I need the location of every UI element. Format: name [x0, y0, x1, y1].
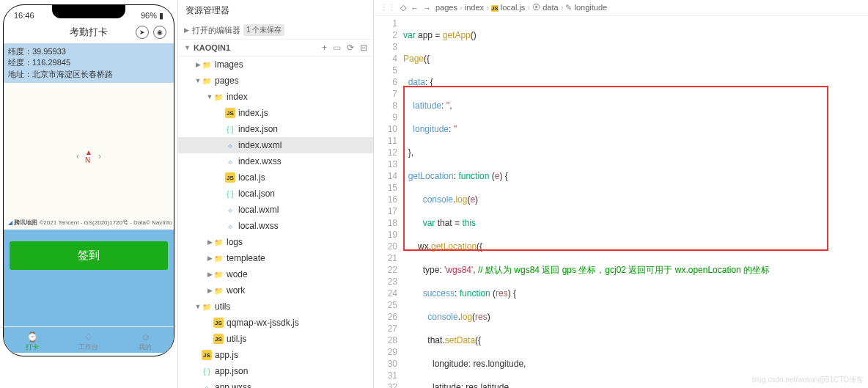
tree-item-util-js[interactable]: JSutil.js: [178, 331, 373, 347]
tree-item-local-wxml[interactable]: ⟐local.wxml: [178, 202, 373, 218]
tree-item-index-json[interactable]: { }index.json: [178, 121, 373, 137]
page-title: 考勤打卡: [70, 26, 108, 39]
wxss-icon: ⟐: [202, 382, 212, 388]
new-file-icon[interactable]: +: [322, 43, 327, 53]
mini-program-titlebar: 考勤打卡 ➤ ◉: [4, 21, 174, 43]
js-icon: JS: [225, 108, 235, 118]
tree-item-index-wxss[interactable]: ⟐index.wxss: [178, 153, 373, 169]
new-folder-icon[interactable]: ▭: [333, 43, 341, 53]
tree-item-app-js[interactable]: JSapp.js: [178, 347, 373, 363]
wxml-icon: ⟐: [225, 205, 235, 215]
collapse-icon[interactable]: ⊟: [360, 43, 367, 53]
tab-checkin[interactable]: ⌚打卡: [4, 327, 60, 356]
tree-item-work[interactable]: ▶📁work: [178, 282, 373, 299]
editor-toolbar: ⋮⋮ ◇ ← → pages › index › JS local.js › ⦿…: [374, 0, 868, 16]
wxss-icon: ⟐: [225, 221, 235, 231]
js-icon: JS: [225, 172, 235, 183]
location-info: 纬度：39.95933 经度：116.29845 地址：北京市海淀区长春桥路: [4, 43, 174, 83]
chevron-down-icon: ▼: [184, 44, 191, 51]
chevron-right-icon: ▶: [184, 26, 189, 34]
tree-item-app-json[interactable]: { }app.json: [178, 363, 373, 379]
nav-back-icon[interactable]: ←: [411, 4, 419, 12]
share-icon[interactable]: ➤: [136, 26, 149, 39]
json-icon: { }: [202, 366, 212, 376]
open-editors-row[interactable]: ▶ 打开的编辑器 1 个未保存: [178, 21, 373, 40]
tree-item-local-wxss[interactable]: ⟐local.wxss: [178, 218, 373, 234]
js-icon: JS: [213, 334, 224, 344]
tree-item-pages[interactable]: ▼📁pages: [178, 73, 373, 89]
watermark: blog.csdn.net/weixin@51CTO博客: [752, 375, 864, 385]
folder-icon: 📁: [213, 269, 224, 279]
target-icon[interactable]: ◉: [153, 26, 166, 39]
explorer-title: 资源管理器: [178, 0, 373, 21]
status-battery: 96% ▮: [141, 11, 163, 21]
unsaved-badge: 1 个未保存: [243, 24, 284, 36]
tab-bar: ⌚打卡 ♢工作台 ☺我的: [4, 326, 174, 356]
tree-item-local-js[interactable]: JSlocal.js: [178, 169, 373, 186]
tree-item-logs[interactable]: ▶📁logs: [178, 234, 373, 250]
tree-item-index[interactable]: ▼📁index: [178, 89, 373, 105]
tree-item-images[interactable]: ▶📁images: [178, 56, 373, 73]
folder-icon: 📁: [202, 59, 212, 70]
line-gutter: 1234567891011121314151617181920212223242…: [374, 16, 403, 388]
tree-item-utils[interactable]: ▼📁utils: [178, 299, 373, 315]
nav-forward-icon[interactable]: →: [423, 4, 431, 12]
map-copyright: ◢ 腾讯地图 ©2021 Tencent - GS(2020)1720号 - D…: [8, 219, 172, 227]
bookmark-icon[interactable]: ◇: [400, 3, 406, 12]
refresh-icon[interactable]: ⟳: [347, 43, 354, 53]
folder-icon: 📁: [213, 92, 224, 102]
project-row[interactable]: ▼ KAOQIN1 + ▭ ⟳ ⊟: [178, 40, 373, 56]
compass-icon: ‹▲N›: [76, 148, 101, 164]
tree-item-qqmap-wx-jssdk-js[interactable]: JSqqmap-wx-jssdk.js: [178, 315, 373, 331]
phone-notch: [52, 5, 125, 18]
file-tree: ▶📁images▼📁pages▼📁indexJSindex.js{ }index…: [178, 56, 373, 388]
tree-item-index-js[interactable]: JSindex.js: [178, 105, 373, 121]
tree-item-wode[interactable]: ▶📁wode: [178, 266, 373, 282]
tree-item-templeate[interactable]: ▶📁templeate: [178, 250, 373, 266]
code-editor: ⋮⋮ ◇ ← → pages › index › JS local.js › ⦿…: [374, 0, 868, 388]
folder-icon: 📁: [202, 301, 212, 312]
js-icon: JS: [213, 318, 224, 328]
wxml-icon: ⟐: [225, 140, 235, 150]
folder-icon: 📁: [213, 253, 224, 263]
breadcrumb[interactable]: pages › index › JS local.js › ⦿ data › ✎…: [435, 3, 607, 12]
tree-item-app-wxss[interactable]: ⟐app.wxss: [178, 379, 373, 388]
json-icon: { }: [225, 188, 235, 199]
phone-frame: 16:46 96% ▮ 考勤打卡 ➤ ◉ 纬度：39.95933 经度：116.…: [3, 4, 174, 356]
folder-icon: 📁: [202, 76, 212, 86]
file-explorer: 资源管理器 ▶ 打开的编辑器 1 个未保存 ▼ KAOQIN1 + ▭ ⟳ ⊟ …: [177, 0, 374, 388]
folder-icon: 📁: [213, 285, 224, 296]
status-time: 16:46: [14, 11, 34, 20]
tab-me[interactable]: ☺我的: [117, 327, 174, 356]
simulator-panel: 16:46 96% ▮ 考勤打卡 ➤ ◉ 纬度：39.95933 经度：116.…: [0, 0, 177, 388]
code-content[interactable]: var app = getApp() Page({ data: { latitu…: [403, 16, 868, 388]
tree-item-index-wxml[interactable]: ⟐index.wxml: [178, 137, 373, 153]
js-icon: JS: [202, 350, 212, 360]
folder-icon: 📁: [213, 237, 224, 247]
editor-body[interactable]: 1234567891011121314151617181920212223242…: [374, 16, 868, 388]
sign-in-button[interactable]: 签到: [10, 241, 168, 270]
tab-workbench[interactable]: ♢工作台: [60, 327, 117, 356]
tree-item-local-json[interactable]: { }local.json: [178, 186, 373, 202]
wxss-icon: ⟐: [225, 156, 235, 166]
json-icon: { }: [225, 124, 235, 134]
map-view[interactable]: ‹▲N› ◢ 腾讯地图 ©2021 Tencent - GS(2020)1720…: [4, 83, 174, 230]
